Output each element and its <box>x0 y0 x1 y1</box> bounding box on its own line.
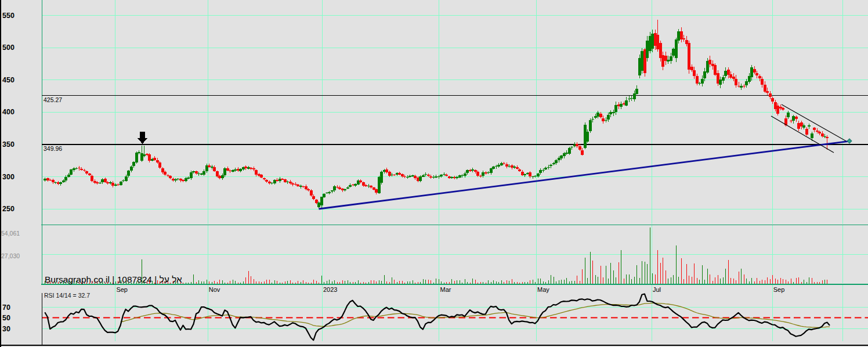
svg-text:Sep: Sep <box>773 286 785 293</box>
svg-text:425.27: 425.27 <box>44 96 62 103</box>
svg-text:300: 300 <box>2 173 15 181</box>
svg-text:450: 450 <box>2 76 15 84</box>
svg-text:2023: 2023 <box>323 286 337 293</box>
svg-text:30: 30 <box>2 325 10 333</box>
svg-text:Jul: Jul <box>653 286 661 293</box>
svg-text:Nov: Nov <box>209 286 220 293</box>
svg-text:350: 350 <box>2 140 15 149</box>
svg-text:349.96: 349.96 <box>44 145 62 152</box>
svg-text:550: 550 <box>2 12 15 20</box>
svg-text:Sep: Sep <box>116 286 128 293</box>
svg-text:70: 70 <box>2 303 10 312</box>
svg-text:50: 50 <box>2 314 10 322</box>
svg-text:27,030: 27,030 <box>1 252 20 259</box>
svg-text:RSI 14/14 = 32.7: RSI 14/14 = 32.7 <box>44 292 90 299</box>
svg-text:54,061: 54,061 <box>1 230 20 237</box>
svg-text:Bursagraph.co.il | 1087824 | א: Bursagraph.co.il | 1087824 | אל על <box>45 274 182 284</box>
svg-text:May: May <box>537 286 549 293</box>
svg-text:Mar: Mar <box>440 286 451 293</box>
svg-text:400: 400 <box>2 108 15 116</box>
svg-text:500: 500 <box>2 44 15 52</box>
svg-text:250: 250 <box>2 205 15 213</box>
